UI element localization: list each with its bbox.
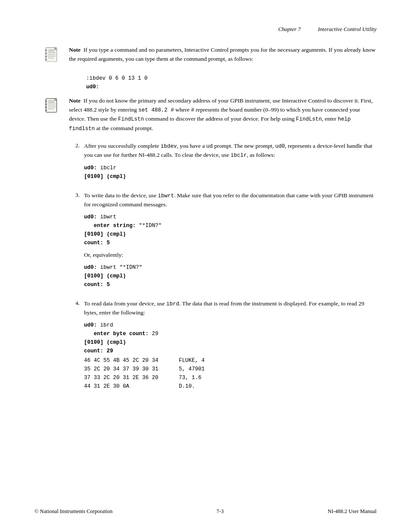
li4-code: ud0: ibrd enter byte count: 29 [0100] (c…	[84, 321, 377, 391]
svg-rect-7	[49, 50, 54, 51]
hex-row-4: 44 31 2E 30 0A D.10.	[84, 382, 377, 391]
hex-row-1: 46 4C 55 4B 45 2C 20 34 FLUKE, 4	[84, 356, 377, 365]
li3-code2-line1: ud0: ibwrt "*IDN?"	[84, 263, 377, 272]
list-number-2: 2.	[69, 142, 84, 184]
li3-code2: ud0: ibwrt "*IDN?" [0100] (cmpl) count: …	[84, 263, 377, 289]
li3-ibwrt: ibwrt	[158, 193, 174, 199]
list-content-2: After you successfully complete ibdev, y…	[84, 142, 377, 184]
footer-left: © National Instruments Corporation	[34, 508, 112, 515]
hex-bytes-3: 37 33 2C 20 31 2E 36 20	[84, 373, 174, 382]
li3-code1-line1: ud0: ibwrt	[84, 213, 377, 221]
li3-code1: ud0: ibwrt enter string: "*IDN?" [0100] …	[84, 213, 377, 247]
page-header: Chapter 7 Interactive Control Utility	[34, 26, 377, 33]
note-1-text: Note If you type a command and no parame…	[69, 46, 377, 64]
code-1-line1: :ibdev 0 6 0 13 1 0	[86, 74, 377, 83]
hex-ascii-4: D.10.	[179, 382, 195, 391]
li3-code1-line4: count: 5	[84, 239, 377, 247]
note2-code4: FindLstn	[296, 116, 322, 122]
li2-ud0: ud0	[275, 143, 285, 149]
list-content-3: To write data to the device, use ibwrt. …	[84, 191, 377, 292]
note-1-label: Note	[69, 47, 81, 53]
hex-bytes-4: 44 31 2E 30 0A	[84, 382, 174, 391]
numbered-list: 2. After you successfully complete ibdev…	[69, 142, 377, 394]
li3-code2-line2: [0100] (cmpl)	[84, 272, 377, 280]
note-2-label: Note	[69, 97, 81, 104]
li4-ibrd: ibrd	[166, 301, 179, 307]
li2-code-line1: ud0: ibclr	[84, 164, 377, 172]
note2-code2: #	[191, 107, 194, 113]
header-chapter: Chapter 7	[278, 26, 301, 33]
list-number-4: 4.	[69, 299, 84, 394]
li4-code-line3: [0100] (cmpl)	[84, 338, 377, 347]
li4-code-line1: ud0: ibrd	[84, 321, 377, 330]
note-icon-2	[43, 97, 62, 116]
footer-center: 7-3	[217, 508, 224, 515]
hex-bytes-2: 35 2C 20 34 37 39 30 31	[84, 365, 174, 373]
li3-code1-line2: enter string: "*IDN?"	[84, 221, 377, 230]
code-1-line2: ud0:	[86, 83, 377, 91]
list-item-2: 2. After you successfully complete ibdev…	[69, 142, 377, 184]
li4-code-line4: count: 29	[84, 347, 377, 355]
li2-code-line2: [0100] (cmpl)	[84, 172, 377, 181]
note2-code1: set 488.2 #	[138, 107, 174, 113]
note2-code3: FindLstn	[118, 116, 144, 122]
li2-ibclr: ibclr	[230, 152, 247, 159]
list-item-4: 4. To read data from your device, use ib…	[69, 299, 377, 394]
note-block-2: Note If you do not know the primary and …	[43, 96, 377, 133]
hex-ascii-2: 5, 47901	[179, 365, 205, 373]
page-footer: © National Instruments Corporation 7-3 N…	[34, 508, 377, 515]
li2-code: ud0: ibclr [0100] (cmpl)	[84, 164, 377, 181]
header-title: Interactive Control Utility	[318, 26, 377, 33]
li3-code1-line3: [0100] (cmpl)	[84, 230, 377, 239]
li4-hex-table: 46 4C 55 4B 45 2C 20 34 FLUKE, 4 35 2C 2…	[84, 356, 377, 391]
hex-row-3: 37 33 2C 20 31 2E 36 20 73, 1.6	[84, 373, 377, 382]
hex-ascii-3: 73, 1.6	[179, 373, 202, 382]
list-content-4: To read data from your device, use ibrd.…	[84, 299, 377, 394]
code-block-1: :ibdev 0 6 0 13 1 0 ud0:	[86, 74, 377, 91]
note-1-body: If you type a command and no parameters,…	[69, 47, 376, 62]
hex-ascii-1: FLUKE, 4	[179, 356, 205, 365]
hex-bytes-1: 46 4C 55 4B 45 2C 20 34	[84, 356, 174, 365]
li3-or-equiv: Or, equivalently:	[84, 251, 377, 260]
note-2-text: Note If you do not know the primary and …	[69, 96, 377, 133]
note-icon-1	[43, 47, 62, 65]
footer-right: NI-488.2 User Manual	[327, 508, 377, 515]
li2-ud: ud	[206, 143, 213, 149]
list-item-3: 3. To write data to the device, use ibwr…	[69, 191, 377, 292]
page: Chapter 7 Interactive Control Utility	[0, 0, 411, 532]
hex-row-2: 35 2C 20 34 37 39 30 31 5, 47901	[84, 365, 377, 373]
list-number-3: 3.	[69, 191, 84, 292]
li3-code2-line3: count: 5	[84, 280, 377, 289]
li2-ibdev: ibdev	[161, 143, 177, 149]
svg-rect-19	[49, 100, 54, 102]
li4-code-line2: enter byte count: 29	[84, 330, 377, 338]
note-block-1: Note If you type a command and no parame…	[43, 46, 377, 65]
